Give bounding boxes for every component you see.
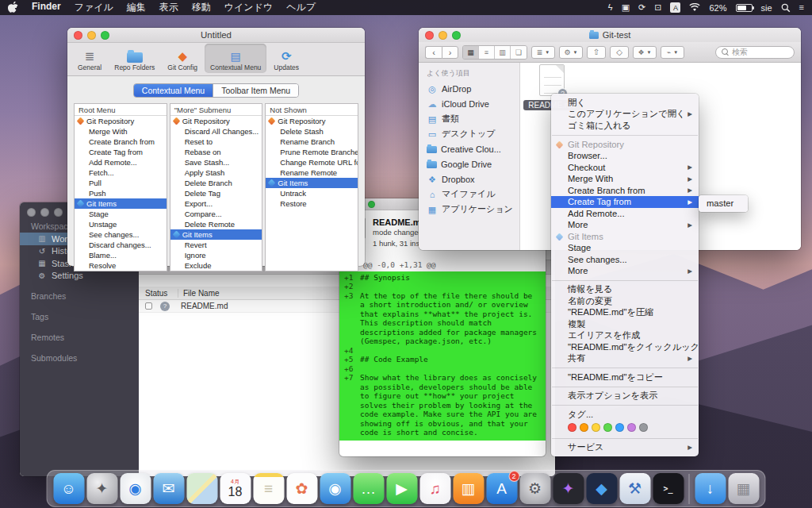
dock-icon-final-cut-pro[interactable]: ✦ <box>553 473 584 504</box>
dock-icon-compressor[interactable]: ◆ <box>586 473 617 504</box>
dock-icon-terminal[interactable]: >_ <box>653 473 684 504</box>
tab[interactable]: Toolbar Item Menu <box>213 84 298 97</box>
menu-entry[interactable]: Rename Remote <box>266 167 358 178</box>
finder-sidebar-item[interactable]: アプリケーション <box>419 202 519 217</box>
finder-sidebar-item[interactable]: iCloud Drive <box>419 96 519 111</box>
menu-entry[interactable]: Save Stash... <box>170 157 262 167</box>
context-menu-item[interactable]: 表示オプションを表示 <box>551 391 699 402</box>
context-menu-item[interactable]: Browser... <box>551 150 699 162</box>
tag-color-dot[interactable] <box>592 423 600 432</box>
dock-icon-mail[interactable]: ✉ <box>153 473 184 504</box>
stage-checkbox[interactable] <box>145 302 152 310</box>
finder-sidebar-item[interactable]: デスクトップ <box>419 126 519 141</box>
context-menu-item[interactable]: Git Items <box>551 231 699 243</box>
list-view-button[interactable]: ≡ <box>479 46 495 59</box>
context-menu-item[interactable]: master <box>699 198 748 210</box>
bolt-icon[interactable]: ϟ <box>608 3 613 12</box>
finder-sidebar-item[interactable]: 書類 <box>419 111 519 126</box>
finder-sidebar-item[interactable]: Dropbox <box>419 171 519 187</box>
action-popup[interactable]: ⚙ ▼ <box>559 46 583 59</box>
window-controls[interactable] <box>425 31 461 40</box>
dock-icon-xcode[interactable]: ⚒ <box>619 473 650 504</box>
dock-icon-facetime[interactable]: ▶ <box>386 473 417 504</box>
context-menu-item[interactable]: Add Remote... <box>551 208 699 220</box>
menu-entry[interactable]: Discard All Changes... <box>170 126 262 137</box>
menubar-menu[interactable]: ウインドウ <box>224 1 273 14</box>
menu-entry[interactable]: Unstage <box>75 219 167 229</box>
context-menu-item[interactable]: エイリアスを作成 <box>551 330 699 342</box>
dock-icon-itunes[interactable]: ♫ <box>419 473 450 504</box>
share-button[interactable]: ⇧ <box>587 46 606 59</box>
tag-color-dot[interactable] <box>639 423 648 432</box>
dock-icon-messages[interactable]: … <box>353 473 384 504</box>
dropbox-popup[interactable]: ❖ ▼ <box>633 46 657 59</box>
menu-entry[interactable]: Reset to <box>170 137 262 147</box>
dock-icon-maps[interactable] <box>186 473 217 504</box>
menu-entry[interactable]: Revert <box>170 240 262 250</box>
tag-color-dot[interactable] <box>615 423 624 432</box>
finder-sidebar-item[interactable]: Google Drive <box>419 156 519 171</box>
menubar-menu[interactable]: 移動 <box>192 1 211 14</box>
menu-entry[interactable]: Merge With <box>75 126 167 137</box>
sidebar-section-label[interactable]: Submodules <box>20 353 139 364</box>
menu-entry[interactable]: Exclude <box>170 260 262 271</box>
context-menu-item[interactable]: 共有 ▶ <box>551 353 699 365</box>
display-icon[interactable]: ⊡ <box>654 3 661 12</box>
menu-entry[interactable]: Rebase on <box>170 147 262 157</box>
finder-sidebar-item[interactable]: AirDrop <box>419 81 519 96</box>
back-button[interactable]: ‹ <box>425 46 442 59</box>
menu-entry[interactable]: Delete Branch <box>170 178 262 188</box>
context-menu-item[interactable]: "README.md"をコピー <box>551 371 699 383</box>
menu-entry[interactable]: Discard changes... <box>75 240 167 250</box>
extra-popup[interactable]: ⌁ ▼ <box>661 46 684 59</box>
context-menu-item[interactable]: タグ... <box>551 409 699 421</box>
window-controls[interactable] <box>27 208 63 217</box>
tag-color-dot[interactable] <box>627 423 636 432</box>
coverflow-view-button[interactable]: ❏ <box>511 46 527 59</box>
menu-entry[interactable]: Prune Remote Branches on <box>266 147 358 157</box>
dock-icon-ibooks[interactable]: ▥ <box>453 473 484 504</box>
sidebar-section-label[interactable]: Branches <box>20 291 139 302</box>
dock-icon-safari[interactable]: ◉ <box>120 473 151 504</box>
context-menu-item[interactable]: 情報を見る <box>551 284 699 296</box>
menu-entry[interactable]: Git Items <box>266 178 358 188</box>
menu-entry[interactable]: Compare... <box>170 209 262 219</box>
context-menu-item[interactable]: Git Repository <box>551 139 699 151</box>
search-field[interactable]: 検索 <box>715 46 795 59</box>
input-source-icon[interactable]: A <box>670 2 680 13</box>
dock-icon-photo-booth[interactable]: ◉ <box>320 473 350 504</box>
battery-icon[interactable] <box>736 4 753 12</box>
prefs-toolbar-item[interactable]: General <box>72 44 107 73</box>
context-menu-item[interactable]: 名前の変更 <box>551 295 699 307</box>
menu-entry[interactable]: Export... <box>170 198 262 209</box>
menu-entry[interactable]: Rename Branch <box>266 137 358 147</box>
menu-entry[interactable]: Git Repository <box>170 116 262 126</box>
context-menu-item[interactable]: Create Branch from ▶ <box>551 185 699 197</box>
menu-entry[interactable]: Add Remote... <box>75 157 167 167</box>
tag-color-dot[interactable] <box>603 423 612 432</box>
dock-icon-app-store[interactable]: A 2 <box>486 473 517 504</box>
spotlight-icon[interactable] <box>781 3 791 13</box>
arrange-popup[interactable]: ≣ ▼ <box>531 46 555 59</box>
context-menu-item[interactable]: Merge With ▶ <box>551 173 699 185</box>
context-menu-item[interactable]: ゴミ箱に入れる <box>551 120 699 132</box>
menu-entry[interactable]: Delete Tag <box>170 188 262 198</box>
prefs-toolbar-item[interactable]: Git Config <box>162 44 203 73</box>
icon-view-button[interactable]: ▦ <box>463 46 479 59</box>
prefs-toolbar-item[interactable]: Updates <box>268 44 304 73</box>
dock-icon-system-preferences[interactable]: ⚙ <box>519 473 550 504</box>
tag-color-dot[interactable] <box>580 423 588 432</box>
window-controls[interactable] <box>74 31 109 40</box>
dock-icon-notes[interactable]: ≡ <box>253 473 284 504</box>
forward-button[interactable]: › <box>442 46 458 59</box>
sync-icon[interactable]: ⟳ <box>638 3 645 12</box>
dock-icon-calendar[interactable]: 4月18 <box>220 473 251 504</box>
menu-entry[interactable]: Untrack <box>266 188 358 198</box>
menu-entry[interactable]: Resolve <box>75 260 167 271</box>
menu-entry[interactable]: Git Items <box>170 229 262 240</box>
menu-entry[interactable]: Change Remote URL for <box>266 157 358 167</box>
menu-entry[interactable]: Git Repository <box>75 116 167 126</box>
sidebar-section-label[interactable]: Tags <box>20 312 139 323</box>
menu-entry[interactable]: Stage <box>75 209 167 219</box>
menu-entry[interactable]: Delete Remote <box>170 219 262 229</box>
